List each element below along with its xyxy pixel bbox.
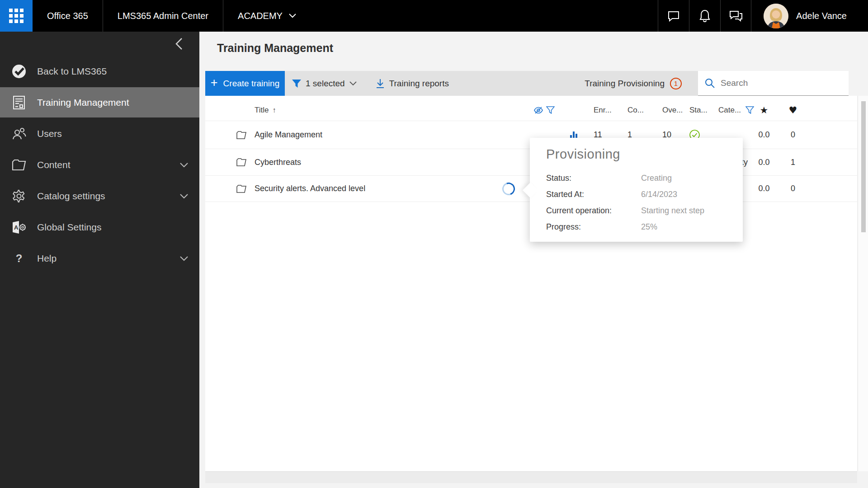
sidebar-item-catalog-settings[interactable]: Catalog settings [0, 181, 199, 211]
folder-icon [236, 121, 246, 149]
chat-icon [667, 9, 680, 23]
sidebar-item-back-to-lms365[interactable]: Back to LMS365 [0, 56, 199, 86]
training-title[interactable]: Agile Management [255, 121, 322, 149]
avatar [764, 4, 788, 28]
chevron-down-icon [349, 81, 357, 86]
app-name[interactable]: LMS365 Admin Center [103, 0, 223, 32]
scrollbar-thumb[interactable] [861, 101, 866, 232]
tooltip-field: Progress: 25% [546, 219, 726, 235]
download-icon [376, 79, 385, 89]
command-band: 1 selected Training reports Training Pro… [285, 71, 698, 96]
page-title: Training Management [217, 42, 333, 55]
gear-icon [9, 189, 29, 203]
tooltip-field-label: Current operation: [546, 206, 641, 216]
eye-off-icon[interactable] [533, 106, 543, 114]
document-icon [9, 96, 29, 109]
rating-value: 0.0 [748, 149, 780, 175]
chevron-down-icon [289, 14, 296, 18]
table-header-row: Title ↑ Enr... Co... Ove... Sta... Cate.… [205, 99, 857, 121]
search-input[interactable] [721, 78, 829, 88]
column-header-status[interactable]: Sta... [689, 99, 717, 121]
chat-button[interactable] [658, 0, 689, 32]
training-title[interactable]: Cyberthreats [255, 149, 301, 175]
provisioning-count-badge: 1 [670, 78, 682, 89]
column-header-enrolled[interactable]: Enr... [594, 99, 620, 121]
column-header-likes[interactable]: ♥ [777, 99, 809, 121]
tooltip-field-value: Starting next step [641, 206, 704, 216]
search-box [698, 71, 849, 96]
sidebar-item-global-settings[interactable]: A Global Settings [0, 212, 199, 242]
column-header-rating[interactable]: ★ [748, 99, 780, 121]
feedback-button[interactable] [720, 0, 751, 32]
lms365-logo-icon [9, 64, 29, 79]
chevron-down-icon [179, 162, 189, 168]
suite-top-bar: Office 365 LMS365 Admin Center ACADEMY [0, 0, 868, 32]
star-icon: ★ [760, 105, 769, 116]
provisioning-tooltip: Provisioning Status: Creating Started At… [530, 138, 743, 242]
column-header-overdue[interactable]: Ove... [662, 99, 689, 121]
search-icon [704, 78, 715, 89]
likes-value: 0 [777, 121, 809, 149]
column-header-completed[interactable]: Co... [627, 99, 654, 121]
account-menu[interactable]: Adele Vance [751, 4, 868, 28]
notifications-button[interactable] [689, 0, 720, 32]
main-content: Training Management + Create training 1 … [199, 32, 868, 488]
horizontal-scrollbar[interactable] [205, 471, 857, 483]
svg-text:A: A [14, 224, 19, 231]
users-icon [9, 127, 29, 140]
heart-icon: ♥ [789, 105, 797, 116]
tooltip-field-label: Started At: [546, 190, 641, 199]
tooltip-title: Provisioning [546, 147, 726, 162]
global-settings-icon: A [9, 221, 29, 234]
training-title[interactable]: Security alerts. Advanced level [255, 176, 365, 202]
user-name: Adele Vance [796, 11, 847, 21]
tooltip-field: Status: Creating [546, 170, 726, 186]
tooltip-field-value: 6/14/2023 [641, 190, 677, 199]
filter-outline-icon[interactable] [546, 106, 555, 114]
tooltip-field: Current operation: Starting next step [546, 202, 726, 219]
sidebar-item-users[interactable]: Users [0, 118, 199, 149]
folder-icon [236, 176, 246, 202]
training-provisioning-button[interactable]: Training Provisioning 1 [585, 78, 698, 89]
column-header-title[interactable]: Title ↑ [255, 99, 276, 121]
filter-selected-dropdown[interactable]: 1 selected [292, 79, 357, 89]
training-reports-button[interactable]: Training reports [376, 79, 449, 89]
likes-value: 0 [777, 176, 809, 202]
rating-value: 0.0 [748, 121, 780, 149]
likes-value: 1 [777, 149, 809, 175]
product-name[interactable]: Office 365 [33, 0, 103, 32]
sidebar: Back to LMS365 Training Management Users… [0, 32, 199, 488]
plus-icon: + [211, 77, 218, 89]
tooltip-field-label: Status: [546, 174, 641, 183]
tooltip-field-label: Progress: [546, 222, 641, 232]
vertical-scrollbar[interactable] [858, 96, 868, 471]
chevron-down-icon [179, 256, 189, 261]
folder-icon [9, 159, 29, 171]
column-header-visibility [533, 99, 555, 121]
tooltip-field-value: Creating [641, 174, 672, 183]
chevron-down-icon [179, 193, 189, 199]
waffle-icon [9, 9, 24, 23]
feedback-icon [729, 9, 743, 23]
app-launcher-button[interactable] [0, 0, 33, 32]
tooltip-field-value: 25% [641, 222, 657, 232]
rating-value: 0.0 [748, 176, 780, 202]
sidebar-collapse-button[interactable] [173, 37, 187, 51]
sidebar-item-help[interactable]: ? Help [0, 243, 199, 273]
filter-icon [292, 80, 301, 88]
sidebar-item-content[interactable]: Content [0, 150, 199, 180]
sidebar-item-training-management[interactable]: Training Management [0, 87, 199, 117]
folder-icon [236, 149, 246, 175]
command-bar: + Create training 1 selected Training re… [205, 71, 849, 96]
tenant-selector[interactable]: ACADEMY [223, 0, 311, 32]
help-icon: ? [9, 252, 29, 265]
create-training-button[interactable]: + Create training [205, 71, 285, 96]
sort-ascending-icon: ↑ [273, 106, 276, 114]
bell-icon [698, 9, 711, 23]
chevron-left-icon [173, 37, 185, 51]
tooltip-field: Started At: 6/14/2023 [546, 186, 726, 202]
